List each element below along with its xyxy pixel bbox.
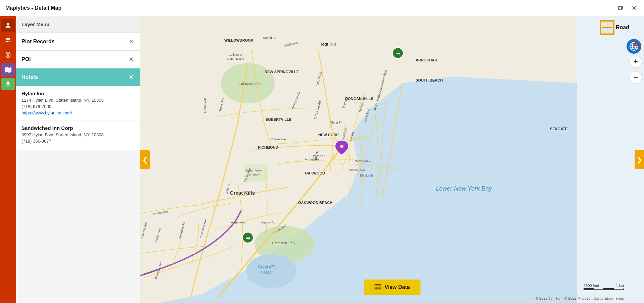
hotel-phone-0: (718) 979-7000 (21, 104, 135, 109)
svg-text:Greeley Ave: Greeley Ave (349, 168, 365, 172)
sidebar-icons (0, 16, 16, 303)
zoom-in-icon: + (633, 57, 638, 66)
svg-text:College of: College of (229, 53, 242, 56)
svg-text:Ebbitts St: Ebbitts St (360, 174, 373, 177)
svg-text:OAKWOOD: OAKWOOD (305, 171, 325, 175)
hotel-name-1: Sandwiched Inn Corp (21, 125, 135, 131)
svg-text:NEW DORP: NEW DORP (318, 133, 339, 137)
poi-header: POI ✕ (16, 51, 140, 68)
svg-text:Great Kills: Great Kills (230, 190, 255, 196)
sidebar-location-btn[interactable] (1, 48, 15, 62)
svg-text:🛏: 🛏 (245, 235, 250, 241)
hotel-entry-1: Sandwiched Inn Corp 3997 Hylan Blvd, Sta… (16, 120, 140, 150)
svg-text:Great Kills: Great Kills (258, 265, 276, 269)
svg-text:Harold St: Harold St (263, 36, 276, 40)
svg-marker-5 (5, 67, 11, 73)
svg-text:Staten Island: Staten Island (227, 57, 244, 60)
svg-rect-104 (584, 288, 594, 290)
svg-text:New Dorp Ln: New Dorp Ln (355, 159, 372, 162)
svg-point-1 (7, 23, 9, 26)
plot-records-title: Plot Records (21, 39, 55, 45)
zoom-out-icon: − (633, 73, 638, 82)
poi-title: POI (21, 56, 31, 62)
scale-feet: 2500 feet (584, 284, 599, 288)
hotel-url-0[interactable]: https://www.hylaninn.com/ (21, 110, 135, 115)
close-button[interactable]: ✕ (629, 3, 639, 13)
svg-rect-0 (618, 7, 622, 10)
collapse-left-arrow[interactable]: ❮ (140, 150, 150, 169)
svg-text:Austin Ave: Austin Ave (231, 221, 245, 224)
svg-text:OAKWOOD BEACH: OAKWOOD BEACH (298, 201, 332, 205)
plot-records-close-button[interactable]: ✕ (127, 38, 135, 46)
layer-menu-header: Layer Menu (16, 16, 140, 33)
poi-section: POI ✕ (16, 51, 140, 68)
svg-text:SEAGATE: SEAGATE (550, 127, 567, 131)
hotel-address-1: 3997 Hylan Blvd, Staten Island, NY, 1030… (21, 132, 135, 137)
hotels-header: Hotels ✕ (16, 68, 140, 86)
titlebar: Maplytics - Detail Map ✕ (0, 0, 644, 16)
globe-button[interactable]: ! (627, 39, 641, 54)
restore-button[interactable] (616, 3, 625, 13)
svg-text:DONGAN HILLS: DONGAN HILLS (345, 97, 373, 101)
map-type-icon[interactable] (600, 20, 614, 35)
sidebar-map-btn[interactable] (1, 63, 15, 77)
svg-text:Amboy Rd: Amboy Rd (261, 221, 275, 224)
svg-text:SOUTH BEACH: SOUTH BEACH (416, 78, 443, 82)
plot-records-section: Plot Records ✕ (16, 33, 140, 51)
copyright-text: © 2022 TomTom, © 2022 Microsoft Corporat… (536, 296, 624, 300)
svg-text:ARROCHAR: ARROCHAR (416, 58, 437, 62)
hotel-phone-1: (718) 356-3077 (21, 139, 135, 144)
expand-right-arrow[interactable]: ❯ (635, 150, 644, 169)
svg-text:LAND AGE: LAND AGE (203, 98, 206, 113)
svg-text:WILLOWBROOK: WILLOWBROOK (224, 38, 254, 42)
scale-labels: 2500 feet 1 km (584, 284, 624, 288)
poi-close-button[interactable]: ✕ (127, 55, 135, 63)
svg-text:Todt Hill: Todt Hill (320, 42, 336, 47)
svg-rect-105 (604, 288, 614, 290)
svg-text:Latourette Park: Latourette Park (239, 82, 263, 86)
scale-km: 1 km (616, 284, 624, 288)
svg-text:EGBERTVILLE: EGBERTVILLE (266, 117, 291, 121)
sidebar-download-btn[interactable] (1, 78, 15, 90)
side-panel: Layer Menu Plot Records ✕ POI ✕ Hotels ✕… (16, 16, 140, 303)
window-controls: ✕ (616, 3, 639, 13)
hotels-section: Hotels ✕ Hylan Inn 1274 Hylan Blvd, Stat… (16, 68, 140, 150)
svg-point-82 (340, 145, 343, 148)
svg-text:Lower New York Bay: Lower New York Bay (436, 185, 492, 192)
scale-line-svg (584, 288, 624, 291)
scale-bar: 2500 feet 1 km (584, 284, 624, 291)
svg-text:Lysens Ln: Lysens Ln (312, 154, 325, 158)
zoom-out-button[interactable]: − (629, 71, 642, 84)
svg-text:RICHMOND: RICHMOND (258, 145, 278, 149)
hotels-close-button[interactable]: ✕ (127, 73, 135, 81)
hotels-title: Hotels (21, 74, 38, 80)
svg-text:Harbor: Harbor (261, 270, 273, 275)
hotel-entry-0: Hylan Inn 1274 Hylan Blvd, Staten Island… (16, 86, 140, 120)
svg-text:Clarke Ave: Clarke Ave (271, 138, 286, 141)
app-title: Maplytics - Detail Map (5, 5, 61, 11)
svg-point-4 (7, 53, 9, 55)
zoom-in-button[interactable]: + (629, 55, 642, 68)
road-label-area: Road (600, 20, 629, 35)
hotel-name-0: Hylan Inn (21, 91, 135, 96)
svg-point-3 (8, 38, 10, 40)
svg-text:🛏: 🛏 (396, 51, 400, 56)
view-data-label: View Data (384, 284, 410, 290)
svg-point-2 (6, 38, 8, 40)
sidebar-group-btn[interactable] (1, 34, 15, 47)
view-data-icon (374, 284, 381, 290)
hotel-address-0: 1274 Hylan Blvd, Staten Island, NY, 1030… (21, 98, 135, 103)
expand-right-icon: ❯ (637, 156, 642, 164)
collapse-left-icon: ❮ (142, 156, 148, 164)
svg-text:Flagg Pl: Flagg Pl (330, 121, 341, 124)
sidebar-person-pin-btn[interactable] (1, 19, 15, 32)
road-text-label: Road (616, 24, 629, 31)
svg-text:NEW SPRINGVILLE: NEW SPRINGVILLE (265, 70, 299, 74)
view-data-button[interactable]: View Data (364, 280, 420, 295)
plot-records-header: Plot Records ✕ (16, 33, 140, 50)
layer-menu-label: Layer Menu (21, 21, 49, 27)
svg-rect-6 (6, 86, 11, 87)
svg-text:Great Kills Park: Great Kills Park (272, 241, 295, 245)
svg-text:!: ! (636, 43, 637, 46)
